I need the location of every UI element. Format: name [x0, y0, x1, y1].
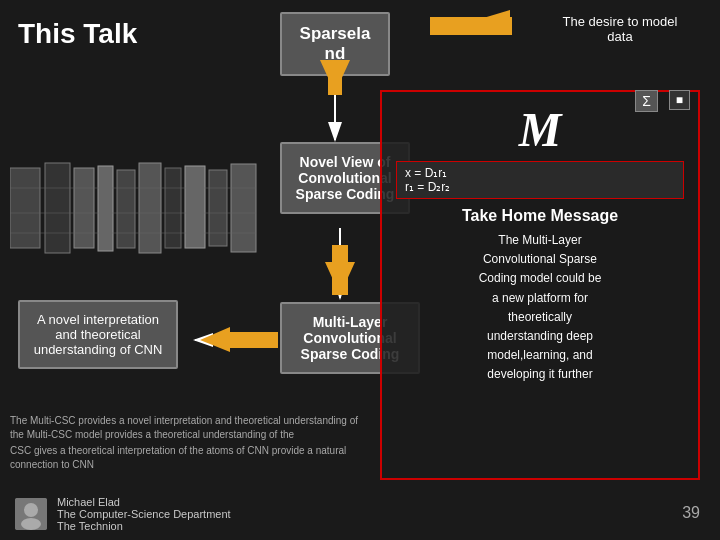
take-home-title: Take Home Message: [396, 207, 684, 225]
svg-rect-4: [117, 170, 135, 248]
left-diagram: [5, 155, 265, 265]
svg-rect-8: [209, 170, 227, 246]
eq1: x = D₁r₁: [405, 166, 675, 180]
footer-info: Michael Elad The Computer-Science Depart…: [57, 496, 231, 532]
desire-text: The desire to model data: [563, 14, 678, 44]
footer-inst: The Technion: [57, 520, 231, 532]
logo-svg: [15, 498, 47, 530]
svg-marker-22: [325, 262, 355, 295]
svg-rect-3: [98, 166, 113, 251]
sparseland-box: Sparseland: [280, 12, 390, 76]
svg-rect-0: [10, 168, 40, 248]
svg-marker-18: [470, 10, 510, 35]
footer-dept: The Computer-Science Department: [57, 508, 231, 520]
bottom-text: The Multi-CSC provides a novel interpret…: [10, 414, 370, 472]
take-home-overlay: Σ ■ M x = D₁r₁ r₁ = D₂r₂ Take Home Messa…: [380, 90, 700, 480]
desire-box: The desire to model data: [550, 14, 690, 44]
sigma-box: Σ: [635, 90, 658, 112]
sparseland-label: Sparseland: [300, 24, 371, 63]
eq2: r₁ = D₂r₂: [405, 180, 675, 194]
slide: This Talk Sparseland The desire to model…: [0, 0, 720, 540]
footer: Michael Elad The Computer-Science Depart…: [15, 496, 231, 532]
svg-marker-24: [200, 327, 230, 352]
take-home-body: The Multi-Layer Convolutional Sparse Cod…: [396, 231, 684, 385]
svg-rect-6: [165, 168, 181, 248]
page-number: 39: [682, 504, 700, 522]
svg-rect-5: [139, 163, 161, 253]
m-symbol: M: [519, 103, 562, 156]
svg-rect-2: [74, 168, 94, 248]
anovel-label: A novel interpretationand theoreticalund…: [34, 312, 163, 357]
color-box: ■: [669, 90, 690, 110]
svg-rect-9: [231, 164, 256, 252]
footer-logo: [15, 498, 47, 530]
slide-title: This Talk: [18, 18, 137, 50]
svg-point-27: [24, 503, 38, 517]
diagram-svg: [10, 158, 260, 263]
svg-rect-25: [228, 332, 278, 348]
matrix-eqs: x = D₁r₁ r₁ = D₂r₂: [396, 161, 684, 199]
bottom-line1: The Multi-CSC provides a novel interpret…: [10, 414, 370, 442]
svg-rect-7: [185, 166, 205, 248]
svg-rect-19: [430, 17, 512, 35]
svg-rect-1: [45, 163, 70, 253]
svg-point-28: [21, 518, 41, 530]
bottom-line2: CSC gives a theoretical interpretation o…: [10, 444, 370, 472]
svg-rect-23: [332, 245, 348, 295]
footer-name: Michael Elad: [57, 496, 231, 508]
anovel-box: A novel interpretationand theoreticalund…: [18, 300, 178, 369]
